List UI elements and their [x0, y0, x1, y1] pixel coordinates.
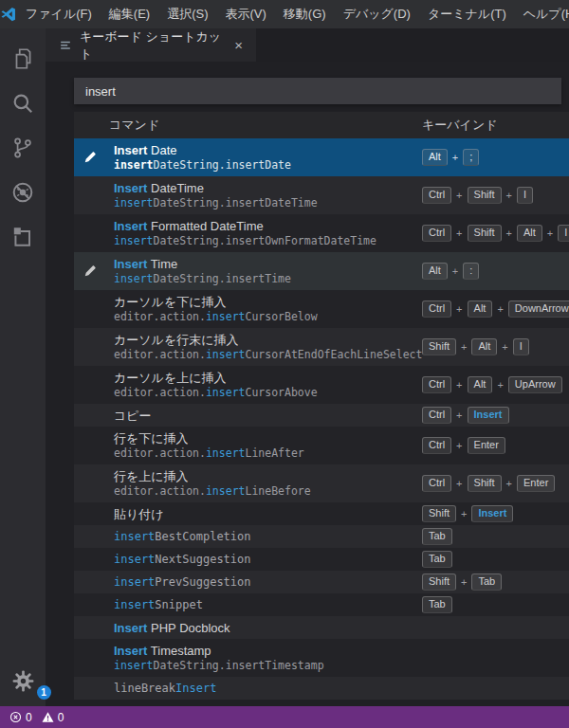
keybinding-cell: Ctrl+Enter: [422, 437, 569, 454]
keybinding-row[interactable]: Insert DateinsertDateString.insertDateAl…: [74, 138, 569, 176]
command-cell: 行を上に挿入editor.action.insertLineBefore: [106, 468, 422, 499]
command-cell: Insert Formatted DateTimeinsertDateStrin…: [106, 218, 422, 248]
command-label: insertSnippet: [114, 597, 422, 613]
keybindings-search-input[interactable]: [74, 78, 561, 104]
keybinding-row[interactable]: カーソルを下に挿入editor.action.insertCursorBelow…: [74, 290, 569, 328]
key-chip: Insert: [471, 505, 513, 522]
command-id: editor.action.insertCursorAbove: [114, 386, 422, 400]
keybinding-row[interactable]: 貼り付けShift+Insert: [74, 502, 569, 525]
command-id: editor.action.insertCursorBelow: [114, 310, 422, 324]
extensions-icon[interactable]: [0, 214, 46, 259]
menu-debug[interactable]: デバッグ(D): [335, 0, 419, 28]
command-label: 行を下に挿入: [114, 430, 422, 446]
keybinding-row[interactable]: 行を上に挿入editor.action.insertLineBeforeCtrl…: [74, 464, 569, 502]
explorer-icon[interactable]: [0, 36, 46, 81]
keybindings-search-box: [74, 78, 561, 104]
keybindings-editor: コマンド キーバインド Insert DateinsertDateString.…: [46, 62, 569, 706]
manage-gear-icon[interactable]: 1: [0, 669, 46, 697]
tab-bar: キーボード ショートカット ×: [46, 28, 569, 62]
keybinding-row[interactable]: コピーCtrl+Insert: [74, 404, 569, 427]
keybinding-cell: Shift+Insert: [422, 505, 569, 522]
command-id: editor.action.insertLineAfter: [114, 446, 422, 461]
menu-file[interactable]: ファイル(F): [17, 0, 101, 28]
menu-edit[interactable]: 編集(E): [101, 0, 158, 28]
command-id: insertDateString.insertTime: [114, 272, 422, 286]
command-label: Insert Timestamp: [114, 643, 422, 659]
key-chip: Enter: [468, 437, 505, 454]
key-chip: Ctrl: [422, 376, 451, 393]
command-cell: 行を下に挿入editor.action.insertLineAfter: [106, 430, 422, 461]
keybinding-row[interactable]: Insert TimeinsertDateString.insertTimeAl…: [74, 252, 569, 290]
keybinding-row[interactable]: insertNextSuggestionTab: [74, 548, 569, 571]
tab-title: キーボード ショートカット: [80, 28, 223, 63]
keybinding-row[interactable]: lineBreakInsert: [74, 677, 569, 700]
plus-separator: +: [456, 410, 462, 421]
key-chip: UpArrow: [508, 376, 562, 393]
vscode-logo-icon: [0, 6, 17, 23]
command-id: insertDateString.insertDate: [114, 158, 422, 173]
command-label: insertNextSuggestion: [114, 552, 422, 568]
source-control-icon[interactable]: [0, 125, 46, 170]
plus-separator: +: [497, 379, 503, 391]
plus-separator: +: [506, 190, 512, 201]
key-chip: Tab: [422, 596, 452, 613]
key-chip: Insert: [468, 407, 509, 424]
keybinding-cell: Ctrl+Shift+Alt+I: [422, 225, 569, 242]
plus-separator: +: [506, 478, 512, 489]
keybindings-file-icon: [59, 39, 72, 52]
keybinding-row[interactable]: insertSnippetTab: [74, 593, 569, 616]
key-chip: Shift: [468, 225, 502, 242]
warning-icon: [42, 711, 54, 723]
edit-keybinding-pencil-icon[interactable]: [74, 151, 106, 164]
command-cell: insertPrevSuggestion: [106, 574, 422, 591]
command-cell: コピー: [106, 408, 422, 424]
plus-separator: +: [456, 478, 462, 489]
command-id: editor.action.insertCursorAtEndOfEachLin…: [114, 348, 422, 362]
keybinding-cell: Shift+Alt+I: [422, 338, 569, 355]
keybinding-row[interactable]: Insert PHP Docblock: [74, 616, 569, 639]
keybinding-row[interactable]: Insert TimestampinsertDateString.insertT…: [74, 639, 569, 677]
menu-help[interactable]: ヘルプ(H): [515, 0, 569, 28]
key-chip: Alt: [468, 300, 493, 318]
keybinding-row[interactable]: Insert DateTimeinsertDateString.insertDa…: [74, 176, 569, 214]
keybinding-row[interactable]: カーソルを行末に挿入editor.action.insertCursorAtEn…: [74, 328, 569, 366]
warning-count: 0: [58, 711, 64, 724]
key-chip: Alt: [422, 263, 448, 280]
command-cell: Insert DateTimeinsertDateString.insertDa…: [106, 180, 422, 210]
command-id: insertDateString.insertTimestamp: [114, 659, 422, 673]
error-icon: [9, 711, 22, 723]
manage-badge: 1: [37, 685, 51, 700]
key-chip: I: [513, 338, 529, 355]
key-chip: Alt: [517, 225, 542, 242]
warning-status[interactable]: 0: [42, 711, 64, 724]
menu-view[interactable]: 表示(V): [217, 0, 275, 28]
keybinding-cell: Shift+Tab: [422, 573, 569, 591]
menu-go[interactable]: 移動(G): [275, 0, 335, 28]
keybinding-cell: Ctrl+Insert: [422, 407, 569, 424]
command-cell: Insert TimeinsertDateString.insertTime: [106, 256, 422, 286]
key-chip: Tab: [422, 551, 452, 568]
keybindings-table-header: コマンド キーバインド: [74, 112, 569, 138]
menu-terminal[interactable]: ターミナル(T): [419, 0, 515, 28]
key-chip: Shift: [422, 573, 456, 591]
key-chip: Ctrl: [422, 225, 451, 242]
edit-keybinding-pencil-icon[interactable]: [74, 264, 106, 278]
error-status[interactable]: 0: [9, 711, 32, 724]
debug-icon[interactable]: [0, 170, 46, 214]
tab-keyboard-shortcuts[interactable]: キーボード ショートカット ×: [46, 28, 256, 62]
keybinding-row[interactable]: 行を下に挿入editor.action.insertLineAfterCtrl+…: [74, 427, 569, 464]
command-id: insertDateString.insertDateTime: [114, 196, 422, 210]
keybinding-row[interactable]: insertBestCompletionTab: [74, 525, 569, 548]
plus-separator: +: [456, 190, 462, 201]
menu-selection[interactable]: 選択(S): [158, 0, 216, 28]
tab-close-icon[interactable]: ×: [230, 36, 247, 54]
command-label: insertPrevSuggestion: [114, 574, 422, 591]
keybinding-row[interactable]: insertPrevSuggestionShift+Tab: [74, 571, 569, 593]
keybinding-row[interactable]: カーソルを上に挿入editor.action.insertCursorAbove…: [74, 366, 569, 404]
plus-separator: +: [461, 341, 467, 353]
keybinding-cell: Tab: [422, 596, 569, 613]
keybinding-row[interactable]: Insert Formatted DateTimeinsertDateStrin…: [74, 214, 569, 252]
search-icon[interactable]: [0, 81, 46, 125]
command-label: カーソルを下に挿入: [114, 294, 422, 310]
menu-bar: ファイル(F) 編集(E) 選択(S) 表示(V) 移動(G) デバッグ(D) …: [0, 0, 569, 28]
